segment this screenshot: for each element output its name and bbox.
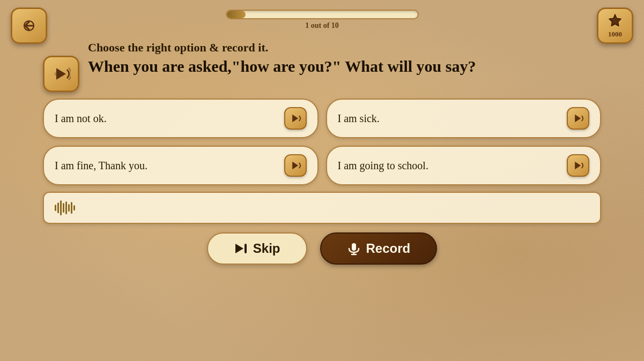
back-button[interactable]: [11, 7, 47, 44]
option-3[interactable]: I am fine, Thank you.: [43, 146, 319, 185]
waveform-area: [43, 192, 601, 224]
svg-marker-4: [292, 162, 298, 170]
progress-area: 1 out of 10: [226, 10, 419, 30]
main-content: Choose the right option & record it. Whe…: [0, 35, 644, 224]
options-grid: I am not ok. I am sick.: [43, 99, 601, 185]
question-audio-button[interactable]: [43, 56, 79, 92]
instruction-text: Choose the right option & record it.: [88, 41, 476, 55]
svg-point-1: [54, 72, 58, 76]
skip-label: Skip: [253, 241, 280, 256]
progress-bar-background: [226, 10, 419, 19]
option-3-text: I am fine, Thank you.: [55, 160, 147, 172]
svg-marker-3: [575, 115, 581, 123]
header: 1 out of 10 1000: [0, 0, 644, 35]
svg-marker-2: [292, 115, 298, 123]
svg-rect-7: [245, 244, 247, 253]
option-1[interactable]: I am not ok.: [43, 99, 319, 138]
option-2-audio-button[interactable]: [567, 107, 589, 130]
record-button[interactable]: Record: [320, 232, 438, 265]
svg-marker-6: [235, 244, 243, 253]
svg-rect-8: [352, 243, 356, 251]
question-section: Choose the right option & record it. Whe…: [43, 41, 601, 92]
progress-bar-fill: [227, 11, 246, 18]
option-3-audio-button[interactable]: [284, 154, 307, 177]
option-4-audio-button[interactable]: [567, 154, 589, 177]
question-text: When you are asked,"how are you?" What w…: [88, 57, 476, 76]
svg-marker-5: [575, 162, 581, 170]
record-label: Record: [366, 241, 411, 256]
star-score-value: 1000: [608, 30, 622, 39]
skip-button[interactable]: Skip: [207, 232, 307, 265]
option-1-audio-button[interactable]: [284, 107, 307, 130]
bottom-buttons: Skip Record: [207, 232, 437, 265]
star-score-button[interactable]: 1000: [597, 7, 633, 44]
option-2[interactable]: I am sick.: [326, 99, 602, 138]
option-4-text: I am going to school.: [338, 160, 428, 172]
option-4[interactable]: I am going to school.: [326, 146, 602, 185]
progress-text: 1 out of 10: [305, 21, 339, 30]
option-2-text: I am sick.: [338, 112, 380, 125]
question-text-area: Choose the right option & record it. Whe…: [88, 41, 476, 76]
waveform-icon: [55, 200, 75, 215]
option-1-text: I am not ok.: [55, 112, 107, 125]
